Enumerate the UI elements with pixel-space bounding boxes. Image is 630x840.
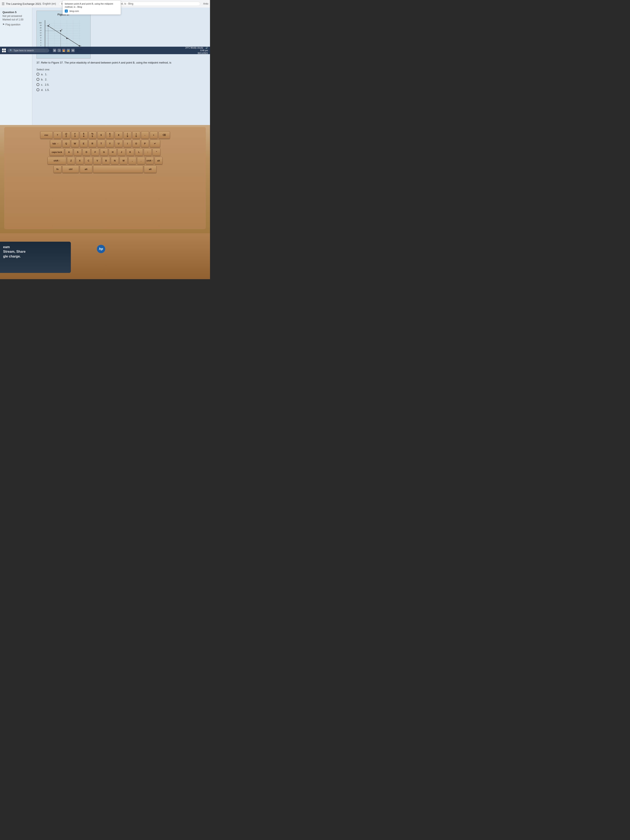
- option-d-value: 1.5.: [45, 88, 50, 92]
- key-alt-left[interactable]: alt: [80, 166, 92, 173]
- key-l[interactable]: L: [135, 148, 143, 156]
- key-quote[interactable]: ": [153, 148, 160, 156]
- key-alt-bottom[interactable]: alt: [144, 166, 156, 173]
- key-s[interactable]: S: [74, 148, 82, 156]
- key-hash-3[interactable]: #3: [71, 131, 79, 139]
- bing-popup: between point A and point B, using the m…: [63, 0, 121, 14]
- svg-text:6: 6: [40, 39, 41, 41]
- sidebar: Question 5 Not yet answered Marked out o…: [0, 8, 32, 125]
- laptop-bottom: hp eam Stream, Share gle charge.: [0, 233, 210, 279]
- key-minus[interactable]: -: [141, 131, 149, 139]
- taskbar-icon-3[interactable]: 🔥: [62, 49, 65, 52]
- key-m[interactable]: M: [120, 157, 128, 164]
- key-8[interactable]: 8: [115, 131, 123, 139]
- key-paren-0[interactable]: )0: [132, 131, 140, 139]
- key-t[interactable]: T: [97, 140, 105, 147]
- key-n[interactable]: N: [111, 157, 119, 164]
- key-percent-5[interactable]: %5: [88, 131, 96, 139]
- popup-url: bing.com: [69, 9, 79, 13]
- key-e[interactable]: E: [80, 140, 88, 147]
- option-c-label: c.: [41, 83, 43, 86]
- popup-text: between point A and point B, using the m…: [65, 3, 113, 8]
- key-j[interactable]: J: [117, 148, 125, 156]
- taskbar-icon-5[interactable]: ✉: [71, 49, 74, 52]
- option-a[interactable]: a. 1.: [36, 73, 206, 76]
- key-o[interactable]: O: [132, 140, 140, 147]
- start-button[interactable]: [2, 49, 6, 52]
- key-v[interactable]: V: [93, 157, 101, 164]
- key-c[interactable]: C: [85, 157, 93, 164]
- taskbar-icon-4[interactable]: 🔒: [67, 49, 70, 52]
- key-space[interactable]: [93, 166, 143, 173]
- key-paren-9[interactable]: (9: [123, 131, 131, 139]
- taskbar-icons-right: 🔊: [205, 47, 208, 49]
- option-b-label: b.: [41, 78, 43, 81]
- key-h[interactable]: H: [109, 148, 117, 156]
- key-w[interactable]: W: [71, 140, 79, 147]
- key-p[interactable]: P: [141, 140, 149, 147]
- laptop-screen: between point A and point B, using the m…: [0, 0, 210, 125]
- svg-text:4: 4: [40, 42, 41, 44]
- key-capslock[interactable]: caps lock: [50, 148, 64, 156]
- keyboard-bezel: esc ? @2 #3 $4 %5 6 &7 8 (9 )0 - + ⌫ tab…: [4, 127, 206, 229]
- svg-text:14: 14: [40, 30, 41, 31]
- key-b[interactable]: B: [102, 157, 110, 164]
- taskbar-search[interactable]: 🔍 Type here to search: [8, 49, 49, 52]
- card-text-2: Stream, Share: [3, 250, 25, 253]
- key-u[interactable]: U: [115, 140, 123, 147]
- svg-text:B: B: [61, 29, 62, 31]
- key-a[interactable]: A: [65, 148, 73, 156]
- key-fn[interactable]: fn: [54, 166, 62, 173]
- taskbar-icon-2[interactable]: ☽: [57, 49, 61, 52]
- key-enter[interactable]: ↵: [150, 140, 160, 147]
- hp-logo: hp: [96, 244, 106, 254]
- svg-text:$20: $20: [39, 22, 42, 24]
- key-dollar-4[interactable]: $4: [80, 131, 88, 139]
- radio-a[interactable]: [36, 73, 39, 76]
- option-d[interactable]: d. 1.5.: [36, 88, 206, 92]
- key-r[interactable]: R: [88, 140, 96, 147]
- taskbar: 🔍 Type here to search ⊞ ☽ 🔥 🔒 ✉ 24°C Mos…: [0, 47, 210, 54]
- key-plus[interactable]: +: [150, 131, 158, 139]
- key-tab[interactable]: tab →: [50, 140, 62, 147]
- key-shift-right[interactable]: shift ↑: [146, 157, 154, 164]
- radio-d[interactable]: [36, 88, 39, 91]
- key-comma[interactable]: ,: [128, 157, 136, 164]
- key-q[interactable]: Q: [62, 140, 70, 147]
- key-row-asdf: caps lock A S D F G H J K L : ": [7, 148, 203, 156]
- key-y[interactable]: Y: [106, 140, 114, 147]
- key-row-qwerty: tab → Q W E R T Y U I O P ↵: [7, 140, 203, 147]
- key-backspace[interactable]: ⌫: [158, 131, 170, 139]
- key-z[interactable]: Z: [67, 157, 75, 164]
- flag-question-button[interactable]: ⚑ Flag question: [3, 23, 21, 26]
- question-text: 37. Refer to Figure 37. The price elasti…: [36, 61, 206, 65]
- key-i[interactable]: I: [123, 140, 131, 147]
- key-at-2[interactable]: @2: [62, 131, 70, 139]
- key-f[interactable]: F: [91, 148, 99, 156]
- key-6[interactable]: 6: [97, 131, 105, 139]
- main-content: Figure 37 Price $20 18 16 14: [32, 8, 210, 125]
- search-icon: 🔍: [9, 49, 13, 52]
- key-alt-right[interactable]: alt: [155, 157, 163, 164]
- key-g[interactable]: G: [100, 148, 108, 156]
- option-c[interactable]: c. 2.5.: [36, 83, 206, 86]
- question-number: Question 5: [3, 11, 30, 14]
- key-ampersand-7[interactable]: &7: [106, 131, 114, 139]
- key-ctrl[interactable]: ctrl: [62, 166, 79, 173]
- key-row-bottom: fn ctrl alt alt: [7, 166, 203, 173]
- key-k[interactable]: K: [126, 148, 134, 156]
- hamburger-icon[interactable]: ☰: [2, 2, 5, 6]
- key-esc[interactable]: esc: [40, 131, 53, 139]
- key-x[interactable]: X: [76, 157, 84, 164]
- key-colon[interactable]: :: [144, 148, 152, 156]
- key-shift-left[interactable]: shift ↑: [47, 157, 66, 164]
- lang-selector[interactable]: English (en): [43, 2, 56, 5]
- radio-c[interactable]: [36, 83, 39, 86]
- key-period[interactable]: .: [137, 157, 145, 164]
- svg-text:A: A: [49, 24, 50, 25]
- radio-b[interactable]: [36, 78, 39, 81]
- option-b[interactable]: b. 2.: [36, 78, 206, 81]
- taskbar-icon-1[interactable]: ⊞: [53, 49, 56, 52]
- key-question[interactable]: ?: [54, 131, 62, 139]
- key-d[interactable]: D: [82, 148, 90, 156]
